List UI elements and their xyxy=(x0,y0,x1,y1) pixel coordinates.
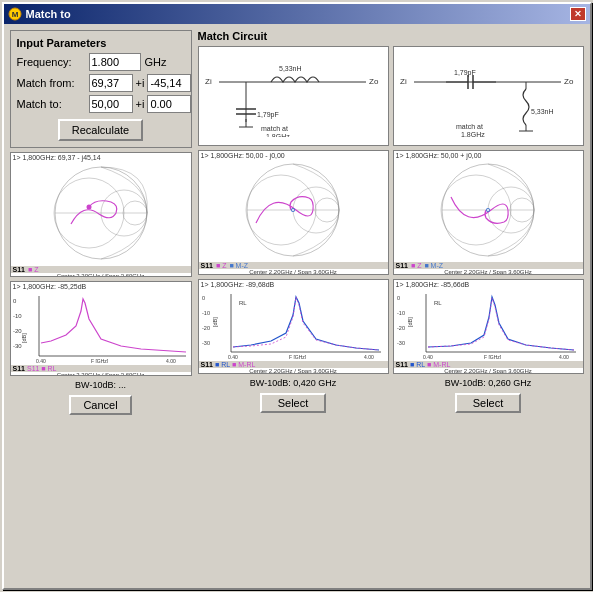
smith2-z-legend: ■ Z xyxy=(216,262,226,269)
svg-text:5,33nH: 5,33nH xyxy=(531,108,554,115)
svg-text:0: 0 xyxy=(397,295,400,301)
svg-text:Zo: Zo xyxy=(564,77,574,86)
circuit2-box: Zi Zo 1,79pF xyxy=(198,46,389,146)
match-from-imag-input[interactable] xyxy=(147,74,191,92)
circuit2-svg: Zi Zo 1,79pF xyxy=(199,47,388,137)
svg-text:0,40: 0,40 xyxy=(228,354,238,359)
window-title: Match to xyxy=(26,8,71,20)
left-smith-center: Center 2,20GHz / Span 3,60GHz xyxy=(11,273,191,277)
right-column: Match Circuit Zi Zo xyxy=(198,30,584,582)
svg-text:0,40: 0,40 xyxy=(423,354,433,359)
svg-text:1,8GHz: 1,8GHz xyxy=(461,131,485,137)
svg-text:[dB]: [dB] xyxy=(212,317,218,327)
circuits-row: Zi Zo 1,79pF xyxy=(198,46,584,146)
smith3-center: Center 2,20GHz / Span 3,60GHz xyxy=(394,269,583,275)
svg-text:1,79pF: 1,79pF xyxy=(257,111,279,119)
match-circuit-title: Match Circuit xyxy=(198,30,584,42)
left-smith-chart: 1> 1,800GHz: 69,37 - j45,14 xyxy=(10,152,192,277)
smiths-row: 1> 1,800GHz: 50,00 - j0,00 xyxy=(198,150,584,275)
left-rl-center: Center 2,20GHz / Span 3,60GHz xyxy=(11,372,191,376)
close-button[interactable]: ✕ xyxy=(570,7,586,21)
svg-rect-33 xyxy=(396,47,581,137)
svg-text:F [GHz]: F [GHz] xyxy=(289,354,307,359)
left-column: Input Parameters Frequency: GHz Match fr… xyxy=(10,30,192,582)
smith2-header: 1> 1,800GHz: 50,00 - j0,00 xyxy=(199,151,388,160)
svg-text:4,00: 4,00 xyxy=(166,358,176,363)
svg-point-8 xyxy=(86,205,91,210)
select2-button[interactable]: Select xyxy=(260,393,327,413)
smith3-s11: S11 xyxy=(396,262,408,269)
rl3-mrl-legend: ■ M-RL xyxy=(427,361,450,368)
svg-text:4,00: 4,00 xyxy=(559,354,569,359)
smith3-chart: 1> 1,800GHz: 50,00 + j0,00 xyxy=(393,150,584,275)
cancel-button[interactable]: Cancel xyxy=(69,395,131,415)
input-params-panel: Input Parameters Frequency: GHz Match fr… xyxy=(10,30,192,148)
svg-text:RL: RL xyxy=(239,300,247,306)
svg-text:1,8GHz: 1,8GHz xyxy=(266,133,290,137)
svg-text:-10: -10 xyxy=(397,310,405,316)
svg-text:[dB]: [dB] xyxy=(21,333,27,343)
svg-text:match at: match at xyxy=(261,125,288,132)
svg-text:0: 0 xyxy=(202,295,205,301)
rl2-header: 1> 1,800GHz: -89,68dB xyxy=(199,280,388,289)
left-rl-header: 1> 1,800GHz: -85,25dB xyxy=(11,282,191,291)
rl2-center: Center 2,20GHz / Span 3,60GHz xyxy=(199,368,388,374)
svg-text:1,79pF: 1,79pF xyxy=(454,69,476,77)
rl2-rl-legend: ■ RL xyxy=(215,361,230,368)
svg-rect-20 xyxy=(201,47,386,137)
svg-text:-10: -10 xyxy=(13,313,22,319)
recalculate-button[interactable]: Recalculate xyxy=(58,119,143,141)
rl2-chart: 1> 1,800GHz: -89,68dB 0 -10 -20 -30 0,40… xyxy=(198,279,389,374)
circuit2-bw-label: BW-10dB: 0,420 GHz xyxy=(250,378,336,388)
main-window: M Match to ✕ Input Parameters Frequency:… xyxy=(2,2,592,590)
smith2-mz-legend: ■ M-Z xyxy=(229,262,248,269)
svg-text:match at: match at xyxy=(456,123,483,130)
left-rl-chart: 1> 1,800GHz: -85,25dB 0 -10 -20 -30 0,40… xyxy=(10,281,192,376)
circuit3-svg: Zi Zo 5,33nH xyxy=(394,47,583,137)
match-to-imag-input[interactable] xyxy=(147,95,191,113)
circuit3-box: Zi Zo 5,33nH xyxy=(393,46,584,146)
svg-text:RL: RL xyxy=(434,300,442,306)
rl3-svg: 0 -10 -20 -30 0,40 F [GHz] 4,00 [dB] RL xyxy=(394,289,583,359)
frequency-label: Frequency: xyxy=(17,56,87,68)
svg-text:4,00: 4,00 xyxy=(364,354,374,359)
match-to-label: Match to: xyxy=(17,98,87,110)
smith3-mz-legend: ■ M-Z xyxy=(424,262,443,269)
svg-text:-30: -30 xyxy=(202,340,210,346)
rl3-rl-legend: ■ RL xyxy=(410,361,425,368)
smith2-svg xyxy=(199,160,388,260)
input-params-title: Input Parameters xyxy=(17,37,185,49)
frequency-input[interactable] xyxy=(89,53,141,71)
svg-text:F [GHz]: F [GHz] xyxy=(91,358,109,363)
left-bw-label: BW-10dB: ... xyxy=(75,380,126,390)
svg-text:Zi: Zi xyxy=(205,77,212,86)
svg-point-55 xyxy=(292,209,294,211)
rl3-s11: S11 xyxy=(396,361,408,368)
match-from-real-input[interactable] xyxy=(89,74,133,92)
window-icon: M xyxy=(8,7,22,21)
svg-text:5,33nH: 5,33nH xyxy=(279,65,302,72)
svg-text:-20: -20 xyxy=(397,325,405,331)
match-to-real-input[interactable] xyxy=(89,95,133,113)
svg-text:0,40: 0,40 xyxy=(36,358,46,363)
smith3-z-legend: ■ Z xyxy=(411,262,421,269)
match-from-row: Match from: +i xyxy=(17,74,185,92)
left-smith-header: 1> 1,800GHz: 69,37 - j45,14 xyxy=(11,153,191,162)
smith3-header: 1> 1,800GHz: 50,00 + j0,00 xyxy=(394,151,583,160)
left-smith-svg xyxy=(11,162,191,264)
svg-text:-30: -30 xyxy=(397,340,405,346)
select3-button[interactable]: Select xyxy=(455,393,522,413)
bottom-actions-row: BW-10dB: 0,420 GHz Select BW-10dB: 0,260… xyxy=(198,378,584,413)
svg-text:F [GHz]: F [GHz] xyxy=(484,354,502,359)
left-smith-z-legend: ■ Z xyxy=(28,266,38,273)
match-to-row: Match to: +i xyxy=(17,95,185,113)
smith2-s11: S11 xyxy=(201,262,213,269)
match-from-i-label: +i xyxy=(136,77,145,89)
rl3-chart: 1> 1,800GHz: -85,66dB 0 -10 -20 -30 0,40… xyxy=(393,279,584,374)
svg-text:Zo: Zo xyxy=(369,77,379,86)
rl2-mrl-legend: ■ M-RL xyxy=(232,361,255,368)
left-rl-svg: 0 -10 -20 -30 0,40 F [GHz] 4,00 [dB] xyxy=(11,291,191,363)
match-to-i-label: +i xyxy=(136,98,145,110)
smith2-center: Center 2,20GHz / Span 3,60GHz xyxy=(199,269,388,275)
rl3-header: 1> 1,800GHz: -85,66dB xyxy=(394,280,583,289)
